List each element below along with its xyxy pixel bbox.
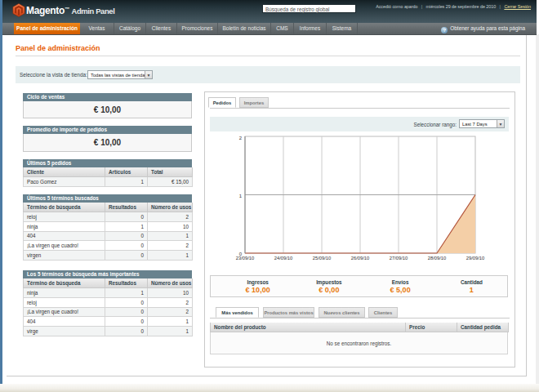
svg-text:2: 2 <box>239 136 243 140</box>
svg-text:27/09/10: 27/09/10 <box>390 256 408 261</box>
svg-text:1: 1 <box>239 194 243 198</box>
svg-text:23/09/10: 23/09/10 <box>236 256 255 261</box>
svg-text:29/09/10: 29/09/10 <box>466 256 485 261</box>
svg-text:26/09/10: 26/09/10 <box>351 256 370 261</box>
svg-text:28/09/10: 28/09/10 <box>428 256 447 261</box>
svg-text:24/09/10: 24/09/10 <box>274 256 293 261</box>
svg-text:25/09/10: 25/09/10 <box>313 256 332 261</box>
